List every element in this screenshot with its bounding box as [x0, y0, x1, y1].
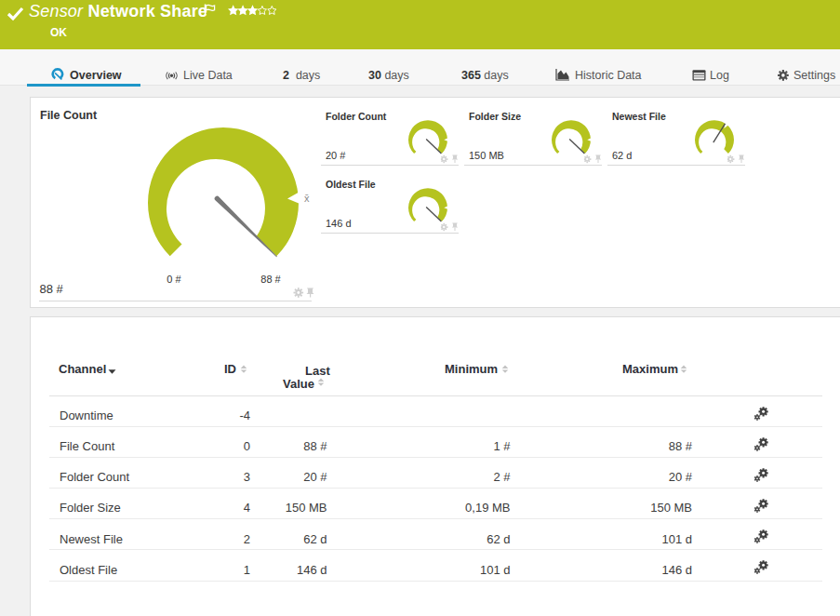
svg-text:x̄: x̄: [304, 193, 310, 204]
